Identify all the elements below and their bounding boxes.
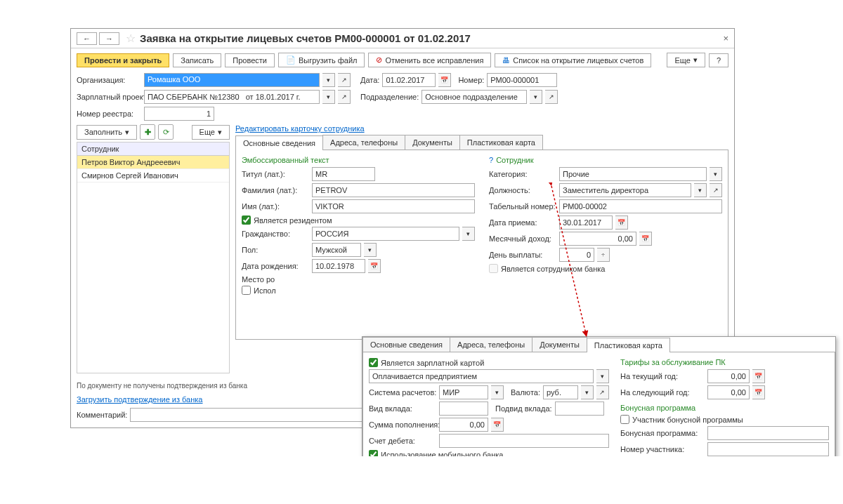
toolbar: Провести и закрыть Записать Провести 📄Вы… <box>71 48 734 72</box>
post-button[interactable]: Провести <box>225 53 275 67</box>
dropdown-icon[interactable]: ▾ <box>322 73 335 87</box>
close-icon[interactable]: × <box>723 33 728 44</box>
cancel-icon: ⊘ <box>376 55 382 65</box>
tab-main[interactable]: Основные сведения <box>235 135 323 150</box>
dropdown-icon[interactable]: ▾ <box>322 90 335 104</box>
help-icon[interactable]: ? <box>489 156 493 167</box>
forward-button[interactable]: → <box>99 32 119 45</box>
reg-label: Номер реестра: <box>77 110 141 118</box>
left-column: Заполнить ▾ ✚ ⟳ Еще ▾ Сотрудник Петров В… <box>77 122 230 373</box>
org-input[interactable]: Ромашка ООО <box>144 73 320 87</box>
tab-docs[interactable]: Документы <box>405 135 460 150</box>
tabs-upper: Основные сведения Адреса, телефоны Докум… <box>235 135 728 150</box>
bonus-prog-input <box>707 426 829 440</box>
fill-button[interactable]: Заполнить ▾ <box>77 125 137 140</box>
calendar-icon[interactable]: 📅 <box>615 215 628 230</box>
dept-label: Подразделение: <box>360 93 419 101</box>
calendar-icon[interactable]: 📅 <box>368 259 381 273</box>
date-input[interactable] <box>382 73 436 87</box>
proj-label: Зарплатный проект: <box>77 93 141 101</box>
hire-input[interactable] <box>559 215 613 230</box>
export-button[interactable]: 📄Выгрузить файл <box>278 53 365 67</box>
emboss-header: Эмбоссированный текст <box>242 156 475 164</box>
cur-year-input[interactable] <box>707 369 750 383</box>
tabnum-input[interactable] <box>559 199 722 213</box>
favorite-icon[interactable]: ☆ <box>126 32 136 45</box>
emp-header: Сотрудник <box>496 156 533 164</box>
list-item[interactable]: Петров Виктор Андрееевич <box>77 156 229 169</box>
popup-tab-main[interactable]: Основные сведения <box>362 337 450 352</box>
resident-checkbox[interactable] <box>242 215 251 225</box>
deposit-input[interactable] <box>439 402 488 416</box>
category-input[interactable] <box>559 167 707 181</box>
currency-input[interactable] <box>543 385 578 399</box>
titul-input[interactable] <box>312 167 375 181</box>
name-input[interactable] <box>312 199 475 213</box>
bank-emp-checkbox <box>489 264 498 273</box>
window-title: Заявка на открытие лицевых счетов РМ00-0… <box>140 32 471 44</box>
dropdown-icon[interactable]: ▾ <box>530 90 542 104</box>
popup-card: Основные сведения Адреса, телефоны Докум… <box>362 336 836 456</box>
paidby-input[interactable] <box>369 369 594 383</box>
num-label: Номер: <box>458 76 484 84</box>
citizenship-input[interactable] <box>312 227 459 241</box>
employee-list: Сотрудник Петров Виктор Андрееевич Смирн… <box>77 142 230 373</box>
mobile-bank-checkbox[interactable] <box>369 450 378 456</box>
date-label: Дата: <box>360 76 379 84</box>
open-icon[interactable]: ↗ <box>338 73 351 87</box>
export-icon: 📄 <box>286 55 296 65</box>
popup-tab-card[interactable]: Пластиковая карта <box>587 338 670 352</box>
tab-card[interactable]: Пластиковая карта <box>459 135 543 150</box>
cancel-fix-button[interactable]: ⊘Отменить все исправления <box>368 53 491 67</box>
sys-input[interactable] <box>439 385 488 399</box>
help-button[interactable]: ? <box>709 53 728 67</box>
comment-label: Комментарий: <box>77 411 127 419</box>
more-button[interactable]: Еще ▾ <box>667 53 705 67</box>
income-input[interactable] <box>559 232 636 246</box>
ispo-checkbox[interactable] <box>242 286 251 295</box>
position-input[interactable] <box>559 183 691 197</box>
titlebar: ← → ☆ Заявка на открытие лицевых счетов … <box>71 29 734 48</box>
salary-card-checkbox[interactable] <box>369 358 378 367</box>
emp-list-header: Сотрудник <box>77 142 229 156</box>
back-button[interactable]: ← <box>77 32 97 45</box>
list-open-button[interactable]: 🖶Список на открытие лицевых счетов <box>495 53 651 67</box>
refresh-icon[interactable]: ⟳ <box>158 124 174 140</box>
calendar-icon[interactable]: 📅 <box>438 73 451 87</box>
list-item[interactable]: Смирнов Сергей Иванович <box>77 169 229 183</box>
subdeposit-input[interactable] <box>555 402 604 416</box>
payday-input[interactable] <box>559 248 594 262</box>
popup-tab-address[interactable]: Адреса, телефоны <box>450 337 532 352</box>
debit-input[interactable] <box>439 434 609 448</box>
print-icon: 🖶 <box>502 56 510 65</box>
next-year-input[interactable] <box>707 385 750 399</box>
load-confirm-link[interactable]: Загрузить подтверждение из банка <box>77 395 202 404</box>
open-icon[interactable]: ↗ <box>338 90 351 104</box>
part-num-input <box>707 442 829 456</box>
birth-input[interactable] <box>312 259 365 273</box>
tab-address[interactable]: Адреса, телефоны <box>322 135 405 150</box>
org-label: Организация: <box>77 76 141 84</box>
post-close-button[interactable]: Провести и закрыть <box>77 53 169 67</box>
edit-card-link[interactable]: Редактировать карточку сотрудника <box>235 124 365 133</box>
proj-input[interactable] <box>144 90 320 104</box>
bonus-header: Бонусная программа <box>620 404 829 412</box>
add-icon[interactable]: ✚ <box>140 124 155 140</box>
open-icon[interactable]: ↗ <box>545 90 558 104</box>
popup-tab-docs[interactable]: Документы <box>532 337 587 352</box>
sex-input[interactable] <box>312 243 361 257</box>
bonus-member-checkbox[interactable] <box>620 415 629 424</box>
dept-input[interactable] <box>422 90 527 104</box>
reg-input[interactable] <box>144 107 214 121</box>
emp-more-button[interactable]: Еще ▾ <box>192 125 230 140</box>
write-button[interactable]: Записать <box>173 53 221 67</box>
surname-input[interactable] <box>312 183 475 197</box>
num-input[interactable] <box>487 73 557 87</box>
tariffs-header: Тарифы за обслуживание ПК <box>620 358 829 366</box>
sum-input[interactable] <box>439 418 488 432</box>
